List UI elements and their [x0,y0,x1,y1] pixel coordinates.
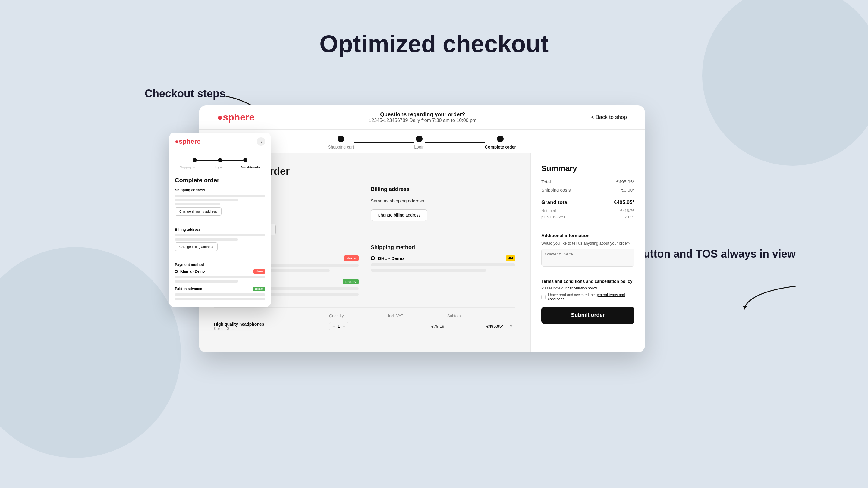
tos-note: Please note our cancellation policy. [541,286,634,290]
products-area: Quantity incl. VAT Subtotal High quality… [214,307,516,331]
tos-check-row: I have read and accepted the general ter… [541,293,634,301]
bg-circle-left [0,247,181,458]
m-prepay-label: Paid in advance [175,287,202,291]
m-divider-1 [175,224,265,224]
m-sk5 [175,238,238,241]
m-step-dot-3 [243,158,247,162]
product-remove-btn[interactable]: ✕ [506,324,516,329]
cancellation-link[interactable]: cancellation policy [567,286,597,290]
header-logo: ●sphere [217,112,254,123]
tos-check-text: I have read and accepted the general ter… [548,293,634,301]
step-login: Login [414,135,424,153]
header-phone: 12345-123456789 Daily from 7:30 am to 10… [369,118,477,123]
col-subtotal: Subtotal [447,314,503,318]
dhl-skeleton-1 [371,263,516,266]
m-sk4 [175,234,265,236]
summary-total-row: Total €495.95* [541,179,634,184]
tos-section: Terms and conditions and cancellation po… [541,274,634,301]
billing-address-title: Billing address [371,186,516,193]
m-change-shipping-btn[interactable]: Change shipping address [175,207,221,216]
table-header: Quantity incl. VAT Subtotal [214,314,516,318]
shipping-method-title: Shipping method [371,244,516,251]
m-step-lbl-1: Shopping cart [180,166,196,169]
m-step-line-2 [222,160,243,161]
logo-dot: ● [217,112,223,123]
product-name: High quality headphones [214,322,326,327]
mobile-logo-dot: ● [175,138,179,145]
m-sk7 [175,280,238,283]
vat-value: €79.19 [622,215,634,219]
back-to-shop-link[interactable]: < Back to shop [591,114,627,121]
m-change-billing-btn[interactable]: Change billing address [175,242,218,251]
m-step-lbl-2: Login [215,166,222,169]
submit-order-button[interactable]: Submit order [541,307,634,324]
m-klarna-label: Klarna - Demo [180,269,205,273]
mobile-step-labels: Shopping cart Login Complete order [175,164,265,172]
step-dot-3 [497,135,504,142]
grand-total-value: €495.95* [614,199,634,205]
page-title: Optimized checkout [319,30,549,58]
product-price-vat: €79.19 [388,324,444,329]
step-complete-order: Complete order [485,135,516,153]
billing-address-section: Billing address Same as shipping address… [371,186,516,235]
quantity-control[interactable]: − 1 + [329,322,348,330]
checkout-header: ●sphere Questions regarding your order? … [199,105,645,130]
m-step-dot-1 [193,158,197,162]
summary-panel: Summary Total €495.95* Shipping costs €0… [530,153,645,352]
mobile-card: ●sphere ‹ Shopping cart Login Complete o… [169,133,271,307]
m-sk2 [175,199,238,201]
additional-section: Additional information Would you like to… [541,227,634,268]
mobile-logo: ●sphere [175,138,200,145]
step-line-2 [425,142,485,143]
step-label-2: Login [414,144,424,153]
net-value: €416.76 [620,208,634,213]
dhl-radio[interactable] [371,256,375,260]
change-billing-btn[interactable]: Change billing address [371,209,427,221]
product-variant: Colour: Grau [214,327,326,331]
summary-shipping-row: Shipping costs €0.00* [541,187,634,193]
m-divider-2 [175,259,265,259]
m-klarna-radio[interactable] [175,270,178,273]
bg-circle-right [702,0,868,166]
dhl-skeleton-2 [371,269,487,272]
quantity-value: 1 [338,324,340,329]
product-info: High quality headphones Colour: Grau [214,322,326,331]
m-klarna-left: Klarna - Demo [175,269,205,273]
grand-total-label: Grand total [541,199,569,205]
quantity-decrease[interactable]: − [333,324,335,329]
product-subtotal: €495.95* [447,324,503,329]
col-incl-vat: incl. VAT [388,314,444,318]
tos-checkbox[interactable] [541,295,546,299]
dhl-row[interactable]: DHL - Demo dhl [371,255,516,261]
m-klarna-row[interactable]: Klarna - Demo klarna [175,269,265,273]
mobile-back-btn[interactable]: ‹ [257,137,265,146]
m-sk6 [175,276,265,278]
checkout-steps-annotation: Checkout steps [145,87,225,100]
m-step-dot-2 [218,158,222,162]
order-button-arrow [741,283,802,313]
dhl-label: DHL - Demo [378,256,503,261]
total-label: Total [541,179,551,184]
quantity-increase[interactable]: + [342,324,345,329]
summary-grand-total-row: Grand total €495.95* [541,195,634,205]
shipping-label: Shipping costs [541,187,571,193]
m-prepay-row[interactable]: Paid in advance prepay [175,287,265,291]
svg-marker-1 [743,306,747,310]
comment-textarea[interactable] [541,249,634,267]
tos-link[interactable]: general terms and conditions [548,293,625,301]
shipping-method-section: Shipping method DHL - Demo dhl [371,244,516,298]
shipping-value: €0.00* [621,187,634,193]
m-step-line-1 [197,160,218,161]
mobile-header: ●sphere ‹ [169,133,271,151]
mobile-steps [175,154,265,164]
billing-same-as-shipping: Same as shipping address [371,197,516,204]
summary-title: Summary [541,164,634,173]
m-prepay-left: Paid in advance [175,287,202,291]
step-label-3: Complete order [485,144,516,153]
m-section-title: Complete order [175,177,265,184]
mobile-content: Complete order Shipping address Change s… [169,172,271,307]
additional-subtitle: Would you like to tell us anything about… [541,241,634,246]
vat-label: plus 19% VAT [541,215,565,219]
header-question: Questions regarding your order? [369,111,477,118]
step-line-1 [354,142,414,143]
